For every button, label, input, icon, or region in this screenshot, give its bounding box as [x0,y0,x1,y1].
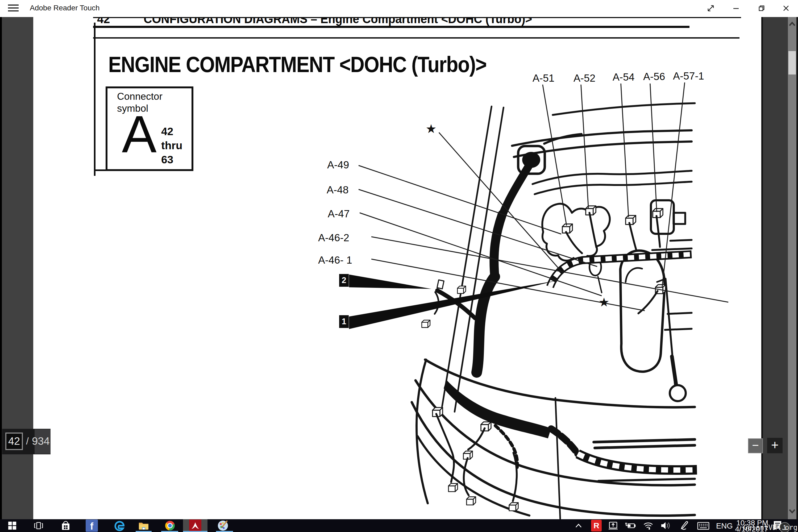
label-a46-2: A-46-2 [318,232,349,244]
taskbar: f [0,519,798,532]
keyboard-icon [697,521,709,530]
label-a56: A-56 [643,71,665,82]
volume-icon [660,521,671,530]
adobe-reader-button[interactable] [183,519,208,532]
restore-button[interactable] [754,1,770,15]
engine-compartment-diagram: ★ ★ [33,17,763,519]
underline-chrome [161,531,178,532]
hidden-icons-button[interactable] [572,519,585,532]
minimize-icon [732,4,741,13]
page-number-input[interactable]: 42 [5,433,23,450]
chevron-up-icon [789,22,796,26]
restore-icon [757,4,766,13]
edge-button[interactable] [113,519,127,532]
right-edge [796,17,798,519]
paint-icon [218,520,228,531]
callout-2: 2 [339,274,349,287]
file-explorer-button[interactable] [137,519,151,532]
hamburger-menu-icon[interactable] [8,4,19,13]
label-a51: A-51 [533,72,554,84]
touch-keyboard-button[interactable] [696,519,711,532]
watermark: GalantVR4.org [743,524,798,531]
zoom-out-button[interactable]: − [748,438,763,453]
scrollbar-track[interactable] [788,17,796,519]
window-title: Adobe Reader Touch [30,4,100,12]
title-bar: Adobe Reader Touch [0,0,798,17]
callout-1: 1 [339,315,349,328]
pdf-page-canvas[interactable]: 42 CONFIGURATION DIAGRAMS – Engine Compa… [33,17,763,519]
battery-button[interactable] [624,519,637,532]
language-indicator[interactable]: ENG [716,521,732,530]
task-view-icon [34,521,43,530]
wifi-button[interactable] [642,519,655,532]
fullscreen-button[interactable] [703,1,719,15]
edge-icon [114,520,126,531]
page-separator: / [26,436,29,447]
start-button[interactable] [6,519,18,532]
close-button[interactable] [778,1,794,15]
scrollbar-thumb[interactable] [788,51,796,75]
adobe-reader-icon [189,519,201,532]
underline-file-explorer [136,531,152,532]
fullscreen-icon [706,4,715,13]
chrome-button[interactable] [163,519,177,532]
avira-tray-button[interactable]: R [590,519,603,532]
avira-icon: R [591,520,602,531]
scroll-up-button[interactable] [788,19,796,29]
windows-logo-icon [8,521,16,530]
chevron-up-icon [575,523,582,528]
minimize-button[interactable] [728,1,744,15]
label-a49: A-49 [327,159,349,171]
label-a48: A-48 [327,184,348,196]
label-a52: A-52 [573,72,595,84]
underline-paint [216,531,233,532]
project-display-icon [608,521,618,530]
battery-icon [625,521,636,530]
close-icon [781,4,791,13]
label-a57-1: A-57-1 [673,70,704,82]
underline-adobe-reader [183,531,208,532]
page-indicator: 42 / 934 [2,429,51,454]
chrome-icon [165,521,175,530]
page-total: 934 [32,435,50,447]
task-view-button[interactable] [33,519,45,532]
file-explorer-icon [138,521,149,530]
label-a54: A-54 [613,71,634,83]
left-edge [0,17,2,519]
windows-store-icon [61,521,71,530]
project-display-button[interactable] [607,519,620,532]
star-marker-1: ★ [425,121,437,136]
scroll-down-button[interactable] [788,507,796,516]
facebook-icon: f [86,519,98,532]
paint-button[interactable] [215,519,231,532]
pen-button[interactable] [678,519,690,532]
wifi-icon [643,521,653,530]
star-marker-2: ★ [598,295,609,309]
document-viewport: 42 CONFIGURATION DIAGRAMS – Engine Compa… [0,17,798,519]
volume-button[interactable] [659,519,673,532]
facebook-button[interactable]: f [85,519,98,532]
zoom-in-button[interactable]: + [767,438,783,453]
windows-store-button[interactable] [59,519,72,532]
label-a46-1: A-46- 1 [318,254,352,266]
chevron-down-icon [789,509,796,514]
label-a47: A-47 [328,208,349,220]
pen-icon [680,521,689,530]
